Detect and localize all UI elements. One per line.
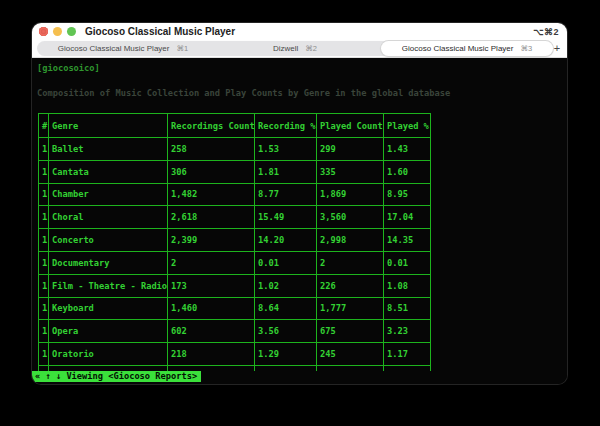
table-cell: Cantata bbox=[49, 160, 168, 183]
table-cell: Concerto bbox=[49, 229, 168, 252]
genre-report-table: # Genre Recordings Count Recording % Pla… bbox=[38, 113, 431, 371]
table-cell: 1.02 bbox=[255, 274, 317, 297]
minimize-button[interactable] bbox=[53, 27, 62, 36]
table-cell: Film - Theatre - Radio bbox=[49, 274, 168, 297]
table-cell: 218 bbox=[168, 343, 255, 366]
table-cell: 1.08 bbox=[384, 274, 431, 297]
table-cell: Documentary bbox=[49, 251, 168, 274]
report-heading: Composition of Music Collection and Play… bbox=[37, 88, 450, 98]
table-cell: 1.17 bbox=[384, 343, 431, 366]
table-header-row: # Genre Recordings Count Recording % Pla… bbox=[39, 114, 431, 138]
table-cell: Choral bbox=[49, 206, 168, 229]
tab-bar: Giocoso Classical Music Player ⌘1 Dizwel… bbox=[32, 40, 567, 58]
tab-label: Giocoso Classical Music Player bbox=[58, 44, 170, 53]
table-cell: 675 bbox=[317, 320, 384, 343]
table-row: 1Concerto2,39914.202,99814.35 bbox=[39, 229, 431, 252]
table-cell: Chamber bbox=[49, 183, 168, 206]
table-cell: 1 bbox=[39, 274, 49, 297]
table-row: 1Cantata3061.813351.60 bbox=[39, 160, 431, 183]
tab-giocoso-3-active[interactable]: Giocoso Classical Music Player ⌘3 bbox=[381, 41, 553, 56]
window-shortcut-badge: ⌥⌘2 bbox=[533, 23, 559, 40]
tab-giocoso-1[interactable]: Giocoso Classical Music Player ⌘1 bbox=[37, 41, 209, 56]
table-cell: 1 bbox=[39, 229, 49, 252]
table-cell: 15.49 bbox=[255, 206, 317, 229]
table-cell: 602 bbox=[168, 320, 255, 343]
table-cell: 2,618 bbox=[168, 206, 255, 229]
table-cell bbox=[384, 365, 431, 371]
table-row: 1Film - Theatre - Radio1731.022261.08 bbox=[39, 274, 431, 297]
table-cell: 8.64 bbox=[255, 297, 317, 320]
table-cell: 306 bbox=[168, 160, 255, 183]
table-cell: 2 bbox=[168, 251, 255, 274]
table-cell: 3.56 bbox=[255, 320, 317, 343]
new-tab-button[interactable]: + bbox=[550, 40, 564, 57]
table-cell: Keyboard bbox=[49, 297, 168, 320]
traffic-lights bbox=[39, 27, 76, 36]
terminal-window: Giocoso Classical Music Player ⌥⌘2 Gioco… bbox=[32, 23, 567, 384]
table-row: 1Oratorio2181.292451.17 bbox=[39, 343, 431, 366]
prompt-line: [giocosoico] bbox=[37, 63, 100, 73]
table-cell: 1,482 bbox=[168, 183, 255, 206]
table-cell: 1 bbox=[39, 160, 49, 183]
table-cell: 1,460 bbox=[168, 297, 255, 320]
table-cell: 17.04 bbox=[384, 206, 431, 229]
table-cell: 1 bbox=[39, 343, 49, 366]
table-cell: 1 bbox=[39, 183, 49, 206]
table-row: 1Keyboard1,4608.641,7778.51 bbox=[39, 297, 431, 320]
zoom-button[interactable] bbox=[67, 27, 76, 36]
table-cell: 335 bbox=[317, 160, 384, 183]
status-bar: « ↑ ↓ Viewing <Giocoso Reports> bbox=[32, 371, 201, 382]
column-header-index: # bbox=[39, 114, 49, 138]
table-cell: 14.35 bbox=[384, 229, 431, 252]
column-header-genre: Genre bbox=[49, 114, 168, 138]
table-cell: 226 bbox=[317, 274, 384, 297]
tab-shortcut: ⌘3 bbox=[520, 44, 532, 53]
table-cell: 1 bbox=[39, 297, 49, 320]
table-cell: 299 bbox=[317, 138, 384, 161]
table-cell: 1 bbox=[39, 320, 49, 343]
table-cell: 2,399 bbox=[168, 229, 255, 252]
table-cell: 8.95 bbox=[384, 183, 431, 206]
table-cell: Opera bbox=[49, 320, 168, 343]
table-cell: 1.81 bbox=[255, 160, 317, 183]
close-button[interactable] bbox=[39, 27, 48, 36]
table-cell: 14.20 bbox=[255, 229, 317, 252]
table-row: 1Documentary20.0120.01 bbox=[39, 251, 431, 274]
table-row: 1Choral2,61815.493,56017.04 bbox=[39, 206, 431, 229]
column-header-played-pct: Played % bbox=[384, 114, 431, 138]
table-cell: 8.77 bbox=[255, 183, 317, 206]
column-header-played-count: Played Count bbox=[317, 114, 384, 138]
tab-label: Dizwell bbox=[273, 44, 298, 53]
table-cell: 3.23 bbox=[384, 320, 431, 343]
table-cell bbox=[255, 365, 317, 371]
table-cell: 1.60 bbox=[384, 160, 431, 183]
column-header-recordings-count: Recordings Count bbox=[168, 114, 255, 138]
table-cell: 1 bbox=[39, 251, 49, 274]
table-cell: 1.53 bbox=[255, 138, 317, 161]
tab-track: Giocoso Classical Music Player ⌘1 Dizwel… bbox=[37, 41, 553, 56]
table-cell: 3,560 bbox=[317, 206, 384, 229]
table-cell: 0.01 bbox=[384, 251, 431, 274]
table-cell: 1.43 bbox=[384, 138, 431, 161]
table-cell: 0.01 bbox=[255, 251, 317, 274]
tab-label: Giocoso Classical Music Player bbox=[402, 44, 514, 53]
tab-shortcut: ⌘2 bbox=[305, 44, 317, 53]
table-cell: 1,869 bbox=[317, 183, 384, 206]
table-cell: Ballet bbox=[49, 138, 168, 161]
window-title: Giocoso Classical Music Player bbox=[85, 23, 235, 40]
genre-table-body: 1Ballet2581.532991.431Cantata3061.813351… bbox=[39, 138, 431, 371]
desktop-background: Giocoso Classical Music Player ⌥⌘2 Gioco… bbox=[0, 0, 600, 426]
table-cell: 2 bbox=[317, 251, 384, 274]
window-titlebar: Giocoso Classical Music Player ⌥⌘2 bbox=[32, 23, 567, 40]
table-cell: Oratorio bbox=[49, 343, 168, 366]
table-cell: 1.29 bbox=[255, 343, 317, 366]
table-cell: 245 bbox=[317, 343, 384, 366]
tab-shortcut: ⌘1 bbox=[176, 44, 188, 53]
table-row: 1Opera6023.566753.23 bbox=[39, 320, 431, 343]
table-cell: 2,998 bbox=[317, 229, 384, 252]
table-cell: 1,777 bbox=[317, 297, 384, 320]
table-cell: 258 bbox=[168, 138, 255, 161]
tab-dizwell[interactable]: Dizwell ⌘2 bbox=[209, 41, 381, 56]
terminal-screen[interactable]: [giocosoico] Composition of Music Collec… bbox=[32, 58, 567, 384]
table-cell: 8.51 bbox=[384, 297, 431, 320]
